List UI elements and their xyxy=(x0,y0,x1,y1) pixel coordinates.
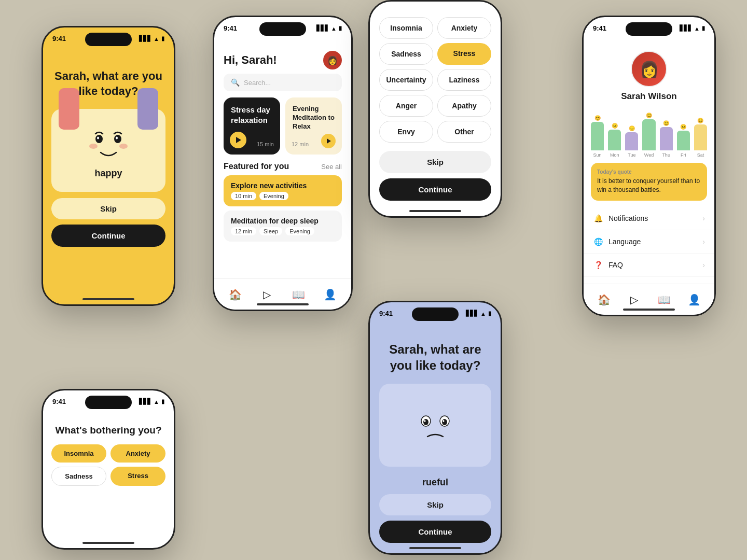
bar-tue: 😞 xyxy=(625,109,638,150)
quote-text: It is better to conquer yourself than to… xyxy=(597,177,701,194)
tab-library[interactable]: 📖 xyxy=(292,287,306,302)
activity-row-2[interactable]: Meditation for deep sleep 12 min Sleep E… xyxy=(224,211,342,242)
bar-mon: 😐 xyxy=(608,109,621,150)
menu-language[interactable]: 🌐 Language › xyxy=(584,230,714,254)
quote-label: Today's quote xyxy=(597,169,701,175)
mood-label-1: happy xyxy=(94,168,122,179)
continue-button-4[interactable]: Continue xyxy=(379,178,491,201)
language-label: Language xyxy=(608,237,641,246)
skip-button-5[interactable]: Skip xyxy=(379,494,491,515)
continue-button-5[interactable]: Continue xyxy=(379,521,491,543)
tab-play[interactable]: ▷ xyxy=(260,287,274,302)
tag-stress[interactable]: Stress xyxy=(110,467,165,486)
face-card-rueful xyxy=(379,384,491,467)
tab-home[interactable]: 🏠 xyxy=(228,287,243,302)
activity-row-1[interactable]: Explore new activities 10 min Evening xyxy=(224,175,342,206)
activity-1-time-tag: Evening xyxy=(259,192,288,200)
mood-tag-other[interactable]: Other xyxy=(437,121,491,143)
home-indicator-3 xyxy=(257,303,309,305)
tab-profile-6[interactable]: 👤 xyxy=(687,292,701,307)
menu-notifications[interactable]: 🔔 Notifications › xyxy=(584,207,714,230)
skip-button-1[interactable]: Skip xyxy=(51,198,165,219)
mood-tag-insomnia[interactable]: Insomnia xyxy=(379,17,433,39)
play-icon-1 xyxy=(236,137,241,143)
section-header: Featured for you See all xyxy=(214,162,351,175)
signal-icon-2: ▋▋▋ xyxy=(139,398,151,405)
search-placeholder: Search... xyxy=(244,79,271,87)
mood-tag-apathy[interactable]: Apathy xyxy=(437,95,491,117)
phone-4-mood-select: Insomnia Anxiety Sadness Stress Uncertai… xyxy=(368,0,502,218)
phone-3-home: 9:41 ▋▋▋ ▲ ▮ Hi, Sarah! 👩 🔍 Search... St… xyxy=(213,16,353,311)
bothering-title: What's bothering you? xyxy=(51,424,165,437)
user-avatar[interactable]: 👩 xyxy=(323,51,342,69)
skip-button-4[interactable]: Skip xyxy=(379,151,491,173)
battery-icon-2: ▮ xyxy=(161,398,164,405)
featured-card-2[interactable]: Evening Meditation to Relax 12 min xyxy=(285,97,342,155)
continue-button-1[interactable]: Continue xyxy=(51,225,165,247)
notifications-label: Notifications xyxy=(608,214,648,222)
chart-bars: 😊 😐 😞 😊 xyxy=(591,109,707,150)
see-all-link[interactable]: See all xyxy=(321,163,342,171)
svg-point-1 xyxy=(114,135,121,143)
svg-point-3 xyxy=(116,136,118,139)
activity-2-info: Meditation for deep sleep 12 min Sleep E… xyxy=(231,217,319,235)
svg-point-8 xyxy=(423,419,428,425)
mood-tag-uncertainty[interactable]: Uncertainty xyxy=(379,69,433,91)
featured-card-1[interactable]: Stress day relaxation 15 min xyxy=(224,97,280,155)
signal-icon-3: ▋▋▋ xyxy=(316,25,329,32)
signal-icon-5: ▋▋▋ xyxy=(466,310,478,317)
label-thu: Thu xyxy=(660,152,673,158)
activity-2-duration-tag: 12 min xyxy=(231,227,256,235)
mood-tag-envy[interactable]: Envy xyxy=(379,121,433,143)
tag-insomnia[interactable]: Insomnia xyxy=(51,444,106,463)
svg-point-0 xyxy=(95,135,103,143)
bar-thu: 😐 xyxy=(660,109,673,150)
home-indicator-4 xyxy=(409,210,461,212)
phone-4-content: Insomnia Anxiety Sadness Stress Uncertai… xyxy=(370,12,501,216)
phone-2-bothering: 9:41 ▋▋▋ ▲ ▮ What's bothering you? Insom… xyxy=(42,389,175,550)
wifi-icon-5: ▲ xyxy=(480,311,486,317)
wifi-icon-6: ▲ xyxy=(694,25,700,32)
wifi-icon-2: ▲ xyxy=(154,399,159,405)
label-tue: Tue xyxy=(625,152,638,158)
mood-tag-laziness[interactable]: Laziness xyxy=(437,69,491,91)
battery-icon-6: ▮ xyxy=(702,25,705,32)
mood-tag-anger[interactable]: Anger xyxy=(379,95,433,117)
tab-play-6[interactable]: ▷ xyxy=(627,292,641,307)
time-3: 9:41 xyxy=(224,24,237,32)
tab-library-6[interactable]: 📖 xyxy=(657,292,671,307)
tag-sadness[interactable]: Sadness xyxy=(51,467,106,486)
activity-1-tags: 10 min Evening xyxy=(231,192,307,200)
tab-profile[interactable]: 👤 xyxy=(323,287,338,302)
featured-2-title: Evening Meditation to Relax xyxy=(293,105,335,131)
home-header: Hi, Sarah! 👩 xyxy=(214,46,351,74)
time-2: 9:41 xyxy=(52,398,66,405)
faq-label: FAQ xyxy=(608,261,623,269)
search-bar[interactable]: 🔍 Search... xyxy=(224,74,342,91)
notifications-icon: 🔔 xyxy=(593,213,603,223)
activity-1-duration-tag: 10 min xyxy=(231,192,256,200)
home-indicator-6 xyxy=(623,309,675,311)
tab-home-6[interactable]: 🏠 xyxy=(597,292,611,307)
label-wed: Wed xyxy=(642,152,655,158)
search-icon: 🔍 xyxy=(231,78,240,87)
activity-2-tags: 12 min Sleep Evening xyxy=(231,227,319,235)
home-indicator-5 xyxy=(409,547,461,549)
language-icon: 🌐 xyxy=(593,236,603,247)
play-button-1[interactable] xyxy=(230,132,246,148)
mood-tag-anxiety[interactable]: Anxiety xyxy=(437,17,491,39)
menu-faq[interactable]: ❓ FAQ › xyxy=(584,254,714,277)
play-button-2[interactable] xyxy=(321,134,336,148)
svg-point-11 xyxy=(443,420,445,422)
battery-icon-5: ▮ xyxy=(488,310,491,317)
dynamic-island-2 xyxy=(85,396,132,409)
tag-anxiety[interactable]: Anxiety xyxy=(110,444,165,463)
phone-5-content: Sarah, what are you like today? rueful S… xyxy=(370,331,501,553)
quote-card: Today's quote It is better to conquer yo… xyxy=(591,163,707,201)
svg-point-9 xyxy=(442,419,447,425)
bar-sun: 😊 xyxy=(591,109,604,150)
featured-1-title: Stress day relaxation xyxy=(231,105,273,125)
greeting-text: Hi, Sarah! xyxy=(224,53,277,67)
mood-tag-stress[interactable]: Stress xyxy=(437,43,491,65)
mood-tag-sadness[interactable]: Sadness xyxy=(379,43,433,65)
